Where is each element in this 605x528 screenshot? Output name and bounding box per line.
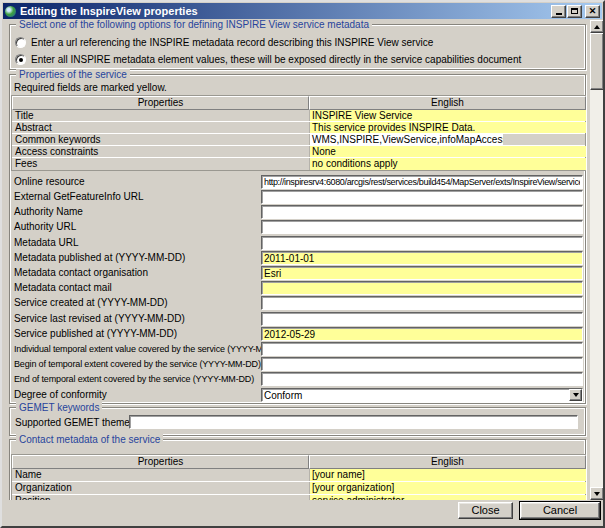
close-button[interactable]: Close: [458, 502, 513, 519]
end-temporal-extent-input[interactable]: [261, 372, 583, 386]
row-label: Abstract: [12, 122, 309, 133]
field-row-external-getfeatureinfo-url: External GetFeatureInfo URL: [14, 190, 581, 204]
authority-url-input[interactable]: [261, 220, 583, 234]
field-row-individual-temporal-extent: Individual temporal extent value covered…: [14, 342, 581, 356]
field-row-metadata-url: Metadata URL: [14, 236, 581, 250]
field-label: Service published at (YYYY-MM-DD): [14, 328, 177, 340]
contact-name-value-cell[interactable]: [your name]: [310, 469, 586, 481]
properties-column-header: Properties: [12, 455, 309, 469]
chevron-up-icon: [594, 25, 600, 29]
external-getfeatureinfo-url-input[interactable]: [261, 190, 583, 204]
contact-position-value-cell[interactable]: service administrator: [310, 495, 586, 500]
properties-group-legend: Properties of the service: [16, 69, 130, 80]
title-value-cell[interactable]: INSPIRE View Service: [310, 110, 586, 121]
individual-temporal-extent-input[interactable]: [261, 342, 583, 356]
field-row-begin-temporal-extent: Begin of temporal extent covered by the …: [14, 357, 581, 371]
field-label: Service created at (YYYY-MM-DD): [14, 297, 168, 309]
close-window-button[interactable]: ✕: [585, 5, 600, 18]
properties-column-header: Properties: [12, 96, 309, 110]
minimize-icon: [556, 13, 562, 15]
field-label: Service last revised at (YYYY-MM-DD): [14, 313, 185, 325]
required-fields-note: Required fields are marked yellow.: [14, 82, 167, 93]
table-row-access-constraints: Access constraints None: [12, 146, 585, 158]
common-keywords-value-cell[interactable]: WMS,INSPIRE,ViewService,infoMapAccessSer…: [310, 134, 503, 145]
metadata-contact-mail-input[interactable]: [261, 281, 583, 295]
row-label: Common keywords: [12, 134, 309, 145]
gemet-groupbox: GEMET keywords Supported GEMET themes: [9, 407, 586, 436]
field-label: Degree of conformity: [14, 389, 107, 401]
row-label: Access constraints: [12, 146, 309, 157]
field-row-online-resource: Online resource: [14, 175, 581, 189]
gemet-themes-label: Supported GEMET themes: [15, 417, 135, 428]
authority-name-input[interactable]: [261, 205, 583, 219]
field-row-metadata-contact-mail: Metadata contact mail: [14, 281, 581, 295]
combobox-dropdown-button[interactable]: [569, 389, 582, 401]
field-row-metadata-published-at: Metadata published at (YYYY-MM-DD): [14, 251, 581, 265]
metadata-url-input[interactable]: [261, 236, 583, 250]
table-row-name: Name [your name]: [12, 469, 585, 482]
close-icon: ✕: [589, 7, 597, 16]
table-row-organization: Organization [your organization]: [12, 482, 585, 495]
field-label: External GetFeatureInfo URL: [14, 191, 144, 203]
row-label: Title: [12, 110, 309, 121]
scroll-down-button[interactable]: [590, 487, 604, 500]
field-row-service-created-at: Service created at (YYYY-MM-DD): [14, 296, 581, 310]
gemet-themes-input[interactable]: [129, 415, 578, 429]
online-resource-input[interactable]: [261, 175, 583, 189]
field-label: Individual temporal extent value covered…: [14, 343, 289, 355]
scroll-up-button[interactable]: [590, 20, 604, 33]
field-label: Authority URL: [14, 221, 76, 233]
table-row-abstract: Abstract This service provides INSPIRE D…: [12, 122, 585, 134]
dialog-window: Editing the InspireView properties ✕ Sel…: [0, 0, 605, 528]
field-row-authority-url: Authority URL: [14, 220, 581, 234]
radio-metadata-all-label: Enter all INSPIRE metadata element value…: [31, 54, 521, 65]
metadata-published-at-input[interactable]: [261, 251, 583, 265]
table-row-fees: Fees no conditions apply: [12, 158, 585, 170]
table-header-row: Properties English: [12, 96, 585, 110]
abstract-value-cell[interactable]: This service provides INSPIRE Data.: [310, 122, 586, 133]
language-column-header: English: [309, 455, 586, 469]
properties-groupbox: Properties of the service Required field…: [9, 74, 586, 404]
chevron-down-icon: [573, 393, 579, 397]
row-label: Position: [12, 495, 309, 500]
access-constraints-value-cell[interactable]: None: [310, 146, 586, 157]
radio-row-all: Enter all INSPIRE metadata element value…: [15, 54, 521, 65]
field-label: Metadata contact mail: [14, 282, 112, 294]
row-label: Fees: [12, 158, 309, 170]
vertical-scrollbar[interactable]: [590, 20, 604, 500]
degree-of-conformity-combobox[interactable]: Conform: [261, 388, 583, 402]
table-row-position: Position service administrator: [12, 495, 585, 500]
maximize-icon: [571, 8, 578, 14]
globe-app-icon: [5, 6, 16, 17]
field-row-metadata-contact-organisation: Metadata contact organisation: [14, 266, 581, 280]
field-label: Online resource: [14, 176, 85, 188]
field-row-authority-name: Authority Name: [14, 205, 581, 219]
minimize-button[interactable]: [551, 5, 566, 18]
gemet-group-legend: GEMET keywords: [16, 402, 102, 413]
table-row-common-keywords: Common keywords WMS,INSPIRE,ViewService,…: [12, 134, 585, 146]
scrollbar-thumb[interactable]: [590, 33, 604, 90]
field-row-end-temporal-extent: End of temporal extent covered by the se…: [14, 372, 581, 386]
titlebar[interactable]: Editing the InspireView properties ✕: [3, 3, 602, 19]
contact-groupbox: Contact metadata of the service Properti…: [9, 439, 586, 500]
contact-metadata-table: Properties English Name [your name] Orga…: [11, 454, 586, 500]
fees-value-cell[interactable]: no conditions apply: [310, 158, 586, 170]
chevron-down-icon: [594, 492, 600, 496]
radio-row-url: Enter a url referencing the INSPIRE meta…: [15, 37, 433, 48]
maximize-button[interactable]: [567, 5, 582, 18]
service-created-at-input[interactable]: [261, 296, 583, 310]
radio-metadata-url[interactable]: [15, 37, 26, 48]
begin-temporal-extent-input[interactable]: [261, 357, 583, 371]
field-label: Authority Name: [14, 206, 83, 218]
field-row-degree-of-conformity: Degree of conformity Conform: [14, 388, 581, 402]
contact-organization-value-cell[interactable]: [your organization]: [310, 482, 586, 494]
service-last-revised-at-input[interactable]: [261, 312, 583, 326]
cancel-button[interactable]: Cancel: [520, 502, 600, 519]
radio-metadata-all[interactable]: [15, 54, 26, 65]
service-published-at-input[interactable]: [261, 327, 583, 341]
content-viewport: Select one of the following options for …: [5, 20, 590, 500]
field-label: Metadata published at (YYYY-MM-DD): [14, 252, 185, 264]
metadata-contact-organisation-input[interactable]: [261, 266, 583, 280]
options-group-legend: Select one of the following options for …: [16, 20, 372, 30]
options-groupbox: Select one of the following options for …: [9, 24, 586, 70]
